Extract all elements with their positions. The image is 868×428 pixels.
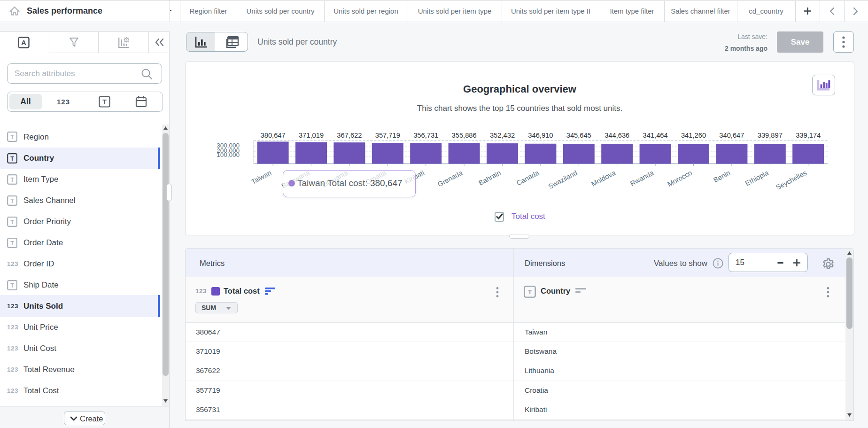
svg-text:352,432: 352,432 <box>490 132 515 139</box>
svg-text:367,622: 367,622 <box>337 132 362 139</box>
svg-text:T: T <box>102 98 107 106</box>
svg-text:345,645: 345,645 <box>566 132 591 139</box>
svg-text:Ethiopia: Ethiopia <box>744 169 770 187</box>
svg-text:341,260: 341,260 <box>681 132 706 139</box>
svg-text:T: T <box>10 134 14 140</box>
svg-text:357,719: 357,719 <box>375 132 400 139</box>
svg-text:344,636: 344,636 <box>604 132 629 139</box>
svg-text:339,174: 339,174 <box>796 132 821 139</box>
svg-text:Morocco: Morocco <box>666 169 693 188</box>
svg-text:339,897: 339,897 <box>758 132 783 139</box>
svg-text:346,910: 346,910 <box>528 132 553 139</box>
svg-text:T: T <box>10 197 14 204</box>
svg-text:356,731: 356,731 <box>413 132 438 139</box>
svg-text:Canada: Canada <box>515 169 541 187</box>
svg-text:340,647: 340,647 <box>719 132 744 139</box>
svg-text:Bahrain: Bahrain <box>477 169 502 187</box>
svg-text:T: T <box>10 155 14 162</box>
svg-text:Benin: Benin <box>712 169 731 184</box>
svg-text:Rwanda: Rwanda <box>629 169 655 187</box>
svg-text:T: T <box>528 288 532 296</box>
svg-text:Moldova: Moldova <box>590 169 617 188</box>
svg-text:371,019: 371,019 <box>299 132 324 139</box>
svg-text:355,886: 355,886 <box>452 132 477 139</box>
svg-text:100,000: 100,000 <box>217 151 240 158</box>
svg-text:341,464: 341,464 <box>643 132 668 139</box>
svg-text:T: T <box>10 240 14 246</box>
svg-text:A: A <box>21 39 26 47</box>
svg-text:Grenada: Grenada <box>436 169 464 188</box>
svg-text:T: T <box>10 282 14 288</box>
svg-text:Taiwan: Taiwan <box>250 169 272 186</box>
svg-text:380,647: 380,647 <box>261 132 286 139</box>
svg-text:T: T <box>10 218 14 225</box>
svg-text:T: T <box>10 176 14 183</box>
svg-text:Seychelles: Seychelles <box>775 169 808 192</box>
svg-text:Swaziland: Swaziland <box>547 169 579 191</box>
